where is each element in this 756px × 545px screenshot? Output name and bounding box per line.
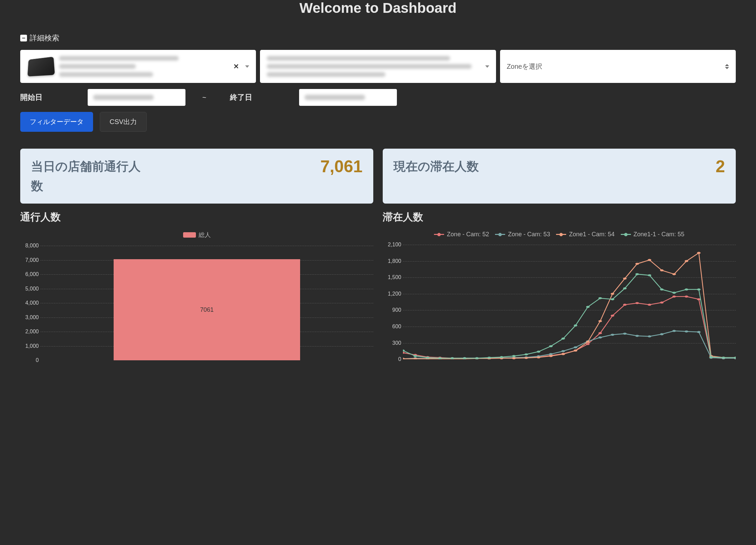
svg-point-105 — [660, 289, 664, 291]
svg-point-22 — [672, 296, 676, 298]
svg-point-80 — [697, 252, 701, 254]
svg-point-103 — [635, 273, 639, 275]
svg-point-91 — [488, 357, 491, 359]
svg-point-107 — [685, 289, 688, 291]
svg-point-69 — [561, 353, 565, 355]
svg-point-66 — [524, 357, 528, 359]
chart-traffic: 通行人数 総人 01,0002,0003,0004,0005,0006,0007… — [20, 210, 373, 360]
camera-select-value — [267, 56, 482, 77]
filter-data-button[interactable]: フィルターデータ — [20, 112, 93, 132]
svg-point-73 — [611, 293, 614, 295]
csv-export-button[interactable]: CSV出力 — [100, 112, 147, 132]
legend-item-s4[interactable]: Zone1-1 - Cam: 55 — [621, 231, 685, 238]
chart-occupancy-title: 滞在人数 — [383, 210, 736, 224]
zone-select[interactable]: Zoneを選択 — [500, 50, 736, 83]
stat-card-traffic: 当日の店舗前通行人数 7,061 — [20, 149, 373, 204]
svg-point-87 — [438, 357, 442, 359]
zone-select-placeholder: Zoneを選択 — [507, 62, 725, 71]
legend-label: Zone - Cam: 53 — [508, 231, 550, 238]
legend-item-s1[interactable]: Zone - Cam: 52 — [434, 231, 489, 238]
chevron-down-icon — [245, 65, 249, 68]
svg-point-92 — [500, 356, 503, 358]
svg-point-56 — [403, 358, 405, 360]
chart-occupancy: 滞在人数 Zone - Cam: 52 Zone - Cam: 53 Zone1… — [383, 210, 736, 360]
legend-swatch — [183, 232, 196, 238]
svg-point-108 — [697, 289, 701, 291]
svg-point-110 — [722, 357, 725, 359]
legend-label: Zone1-1 - Cam: 55 — [634, 231, 685, 238]
legend-label: Zone - Cam: 52 — [447, 231, 489, 238]
legend-label: Zone1 - Cam: 54 — [569, 231, 614, 238]
svg-point-78 — [672, 273, 676, 275]
svg-point-86 — [426, 357, 430, 359]
svg-point-16 — [599, 332, 602, 334]
svg-point-102 — [623, 287, 627, 290]
svg-point-21 — [660, 302, 664, 304]
svg-point-42 — [574, 346, 577, 349]
collapse-icon: − — [20, 35, 27, 41]
device-select-value — [59, 56, 230, 77]
svg-point-97 — [561, 338, 565, 340]
legend-line-icon — [434, 234, 444, 235]
end-date-input[interactable] — [299, 89, 397, 106]
svg-point-100 — [599, 297, 602, 299]
end-date-label: 終了日 — [230, 92, 299, 102]
stat-occupancy-label: 現在の滞在人数 — [394, 157, 479, 176]
date-separator: ~ — [202, 94, 206, 101]
start-date-input[interactable] — [88, 89, 185, 106]
svg-point-0 — [403, 352, 405, 354]
legend-label: 総人 — [199, 231, 211, 239]
svg-point-44 — [599, 336, 602, 338]
svg-point-98 — [574, 325, 577, 327]
svg-point-101 — [611, 298, 614, 300]
svg-point-18 — [623, 304, 627, 306]
legend-line-icon — [621, 234, 631, 235]
svg-point-40 — [549, 353, 553, 355]
svg-point-104 — [648, 274, 651, 276]
legend-line-icon — [556, 234, 566, 235]
page-title: Welcome to Dashboard — [20, 0, 736, 16]
bar-chart-area: 01,0002,0003,0004,0005,0006,0007,0008,00… — [40, 246, 373, 360]
svg-point-51 — [685, 331, 688, 333]
detail-search-label: 詳細検索 — [30, 33, 59, 43]
close-icon[interactable]: ✕ — [233, 62, 239, 70]
svg-point-99 — [586, 306, 590, 308]
chevron-down-icon — [485, 65, 489, 68]
svg-point-79 — [685, 260, 688, 262]
svg-point-52 — [697, 331, 701, 333]
svg-point-72 — [599, 320, 602, 322]
svg-point-90 — [475, 357, 479, 359]
legend-line-icon — [495, 234, 505, 235]
svg-point-68 — [549, 355, 553, 357]
svg-point-20 — [648, 304, 651, 306]
svg-point-93 — [512, 355, 516, 357]
svg-point-96 — [549, 345, 553, 347]
start-date-value — [93, 95, 154, 100]
stat-traffic-label: 当日の店舗前通行人数 — [31, 157, 146, 195]
svg-point-89 — [463, 357, 466, 359]
camera-select[interactable] — [260, 50, 496, 83]
stat-traffic-value: 7,061 — [320, 157, 362, 176]
detail-search-toggle[interactable]: − 詳細検索 — [20, 33, 736, 43]
device-select[interactable]: ✕ — [20, 50, 256, 83]
svg-point-47 — [635, 335, 639, 337]
svg-point-106 — [672, 292, 676, 294]
svg-point-109 — [709, 356, 713, 358]
svg-point-71 — [586, 341, 590, 343]
svg-point-95 — [537, 351, 541, 353]
svg-point-49 — [660, 333, 664, 335]
line-chart-area: 03006009001,2001,5001,8002,100 — [403, 245, 736, 359]
legend-item-s3[interactable]: Zone1 - Cam: 54 — [556, 231, 614, 238]
svg-point-19 — [635, 302, 639, 304]
legend-item-total[interactable]: 総人 — [183, 231, 211, 239]
svg-point-17 — [611, 315, 614, 317]
device-thumbnail — [27, 57, 55, 77]
chart-traffic-title: 通行人数 — [20, 210, 373, 224]
svg-point-70 — [574, 350, 577, 352]
svg-point-76 — [648, 259, 651, 261]
svg-point-45 — [611, 334, 614, 336]
svg-point-88 — [450, 357, 454, 359]
svg-point-77 — [660, 269, 664, 271]
legend-item-s2[interactable]: Zone - Cam: 53 — [495, 231, 550, 238]
svg-point-41 — [561, 350, 565, 352]
